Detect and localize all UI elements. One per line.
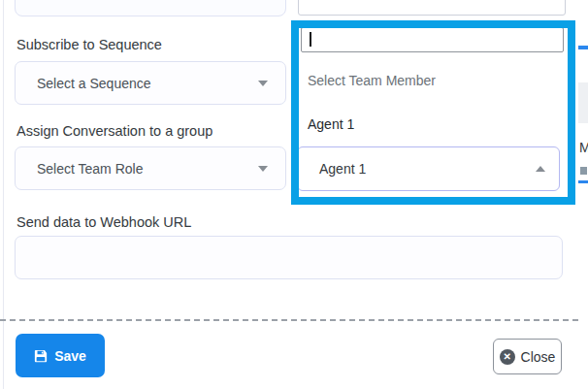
save-button[interactable]: Save (16, 334, 105, 377)
background-tiny-icon (580, 167, 587, 175)
background-gray-band (578, 82, 588, 123)
webhook-url-label: Send data to Webhook URL (16, 214, 191, 230)
chevron-up-icon (536, 166, 545, 172)
top-partial-input[interactable] (15, 0, 286, 16)
background-blue-dash (578, 180, 588, 183)
dropdown-option-agent-1[interactable]: Agent 1 (308, 116, 555, 136)
close-x-circle-icon: ✕ (500, 349, 515, 365)
dropdown-option-select-team-member[interactable]: Select Team Member (308, 73, 555, 92)
team-role-select-value: Select Team Role (37, 161, 258, 177)
chevron-down-icon (258, 81, 268, 86)
text-cursor (310, 32, 311, 47)
save-button-label: Save (54, 348, 86, 364)
team-member-select-value: Agent 1 (319, 161, 536, 177)
sequence-select[interactable]: Select a Sequence (15, 61, 286, 105)
modal-left-border (3, 0, 4, 389)
footer-divider (0, 319, 588, 321)
webhook-url-input[interactable] (15, 236, 563, 279)
background-partial-text: M (579, 140, 588, 155)
team-role-select[interactable]: Select Team Role (15, 146, 286, 190)
save-floppy-icon (34, 349, 48, 363)
chevron-down-icon (258, 166, 268, 172)
background-blue-dash (578, 46, 588, 49)
subscribe-sequence-label: Subscribe to Sequence (16, 37, 162, 52)
team-member-select[interactable]: Agent 1 (297, 146, 560, 191)
background-page-strip (578, 0, 588, 389)
assign-group-label: Assign Conversation to a group (16, 123, 212, 139)
close-button-label: Close (521, 349, 556, 365)
dropdown-panel-top-sliver (298, 0, 566, 16)
close-button[interactable]: ✕ Close (493, 339, 562, 374)
team-member-search-input[interactable] (301, 27, 564, 52)
sequence-select-value: Select a Sequence (37, 76, 258, 91)
